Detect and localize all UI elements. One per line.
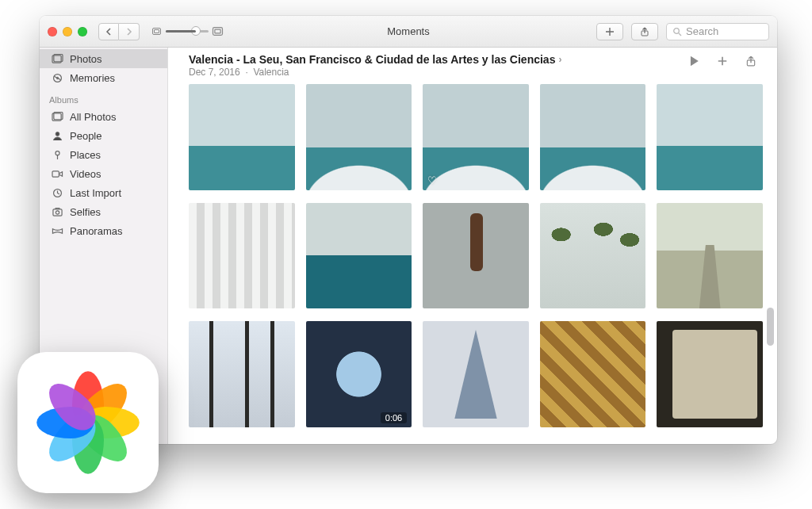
sidebar-item-people[interactable]: People bbox=[40, 126, 167, 145]
heart-icon: ♡ bbox=[427, 174, 437, 186]
play-icon bbox=[688, 55, 699, 67]
share-icon bbox=[745, 55, 756, 67]
photo-thumbnail[interactable]: ♡ bbox=[423, 84, 529, 190]
sidebar-item-selfies[interactable]: Selfies bbox=[40, 202, 167, 221]
sidebar-item-lastimport[interactable]: Last Import bbox=[40, 183, 167, 202]
sidebar-item-label: Last Import bbox=[70, 187, 121, 199]
photo-thumbnail[interactable] bbox=[189, 84, 295, 190]
forward-button[interactable] bbox=[119, 23, 140, 40]
thumbnail-grid: ♡0:06 bbox=[168, 81, 777, 444]
sidebar-item-label: Panoramas bbox=[70, 225, 122, 237]
svg-point-5 bbox=[56, 77, 58, 78]
photo-thumbnail[interactable]: 0:06 bbox=[306, 321, 412, 427]
photo-thumbnail[interactable] bbox=[657, 203, 763, 309]
moment-title[interactable]: Valencia - La Seu, San Francisco & Ciuda… bbox=[189, 53, 555, 66]
search-placeholder: Search bbox=[686, 25, 718, 37]
photo-thumbnail[interactable] bbox=[189, 203, 295, 309]
share-button[interactable] bbox=[631, 23, 658, 40]
sidebar-item-places[interactable]: Places bbox=[40, 145, 167, 164]
sidebar-item-photos[interactable]: Photos bbox=[40, 49, 167, 68]
minimize-window-button[interactable] bbox=[63, 27, 72, 36]
photo-thumbnail[interactable] bbox=[306, 84, 412, 190]
photo-thumbnail[interactable] bbox=[423, 203, 529, 309]
navigation-buttons bbox=[98, 23, 140, 40]
svg-point-13 bbox=[56, 210, 59, 213]
photo-thumbnail[interactable] bbox=[540, 321, 646, 427]
selfies-icon bbox=[52, 207, 63, 217]
photos-icon bbox=[52, 54, 63, 64]
panoramas-icon bbox=[52, 226, 63, 236]
add-button[interactable] bbox=[596, 23, 623, 40]
zoom-track[interactable] bbox=[166, 30, 209, 33]
photo-thumbnail[interactable] bbox=[657, 321, 763, 427]
photos-app-icon[interactable] bbox=[17, 352, 159, 493]
zoom-knob[interactable] bbox=[191, 26, 201, 36]
photo-thumbnail[interactable] bbox=[306, 203, 412, 309]
sidebar-heading-albums: Albums bbox=[40, 87, 167, 107]
photo-thumbnail[interactable] bbox=[189, 321, 295, 427]
sidebar-item-label: People bbox=[70, 130, 102, 142]
moment-header: Valencia - La Seu, San Francisco & Ciuda… bbox=[168, 48, 777, 81]
chevron-right-icon: › bbox=[558, 54, 561, 65]
close-window-button[interactable] bbox=[48, 27, 57, 36]
last-import-icon bbox=[52, 188, 63, 198]
video-duration-badge: 0:06 bbox=[381, 412, 407, 423]
svg-rect-12 bbox=[52, 209, 61, 215]
moment-location[interactable]: Valencia bbox=[253, 67, 289, 78]
search-icon bbox=[672, 27, 682, 36]
sidebar-item-label: Memories bbox=[70, 72, 115, 84]
places-icon bbox=[52, 150, 63, 160]
window-controls bbox=[48, 27, 87, 36]
moment-separator: · bbox=[245, 67, 247, 78]
svg-point-1 bbox=[674, 28, 680, 33]
sidebar-item-panoramas[interactable]: Panoramas bbox=[40, 221, 167, 240]
titlebar: Moments Search bbox=[40, 16, 777, 48]
window-title: Moments bbox=[387, 25, 429, 37]
photo-thumbnail[interactable] bbox=[540, 84, 646, 190]
sidebar-item-memories[interactable]: Memories bbox=[40, 68, 167, 87]
search-field[interactable]: Search bbox=[666, 23, 769, 40]
photo-thumbnail[interactable] bbox=[540, 203, 646, 309]
sidebar-item-videos[interactable]: Videos bbox=[40, 164, 167, 183]
svg-rect-10 bbox=[52, 170, 59, 176]
plus-icon bbox=[605, 27, 615, 36]
chevron-right-icon bbox=[126, 28, 132, 36]
videos-icon bbox=[52, 169, 63, 179]
photo-thumbnail[interactable] bbox=[423, 321, 529, 427]
zoom-out-icon bbox=[152, 28, 161, 35]
back-button[interactable] bbox=[98, 23, 119, 40]
svg-point-9 bbox=[55, 151, 59, 155]
memories-icon bbox=[52, 73, 63, 83]
sidebar-item-all[interactable]: All Photos bbox=[40, 107, 167, 126]
photo-thumbnail[interactable] bbox=[657, 84, 763, 190]
photos-flower-icon bbox=[40, 375, 136, 470]
sidebar-item-label: Videos bbox=[70, 168, 102, 180]
thumbnail-zoom-slider[interactable] bbox=[152, 28, 222, 35]
moment-actions bbox=[688, 53, 761, 70]
sidebar-item-label: Places bbox=[70, 149, 101, 161]
share-icon bbox=[640, 27, 649, 36]
chevron-left-icon bbox=[105, 28, 112, 36]
sidebar-item-label: Photos bbox=[70, 53, 102, 65]
all-photos-icon bbox=[52, 112, 63, 122]
fullscreen-window-button[interactable] bbox=[78, 27, 87, 36]
content-area: Valencia - La Seu, San Francisco & Ciuda… bbox=[168, 48, 777, 444]
scrollbar-track[interactable] bbox=[764, 54, 776, 438]
scrollbar-thumb[interactable] bbox=[767, 308, 774, 346]
sidebar-item-label: All Photos bbox=[70, 111, 117, 123]
vertical-scrollbar[interactable] bbox=[764, 54, 776, 438]
zoom-in-icon bbox=[213, 27, 223, 36]
sidebar-item-label: Selfies bbox=[70, 206, 101, 218]
svg-point-8 bbox=[56, 132, 59, 136]
plus-icon bbox=[717, 55, 728, 67]
moment-share-button[interactable] bbox=[745, 55, 756, 70]
moment-date: Dec 7, 2016 bbox=[189, 67, 240, 78]
moment-add-button[interactable] bbox=[717, 55, 728, 70]
play-slideshow-button[interactable] bbox=[688, 55, 699, 70]
people-icon bbox=[52, 131, 63, 141]
